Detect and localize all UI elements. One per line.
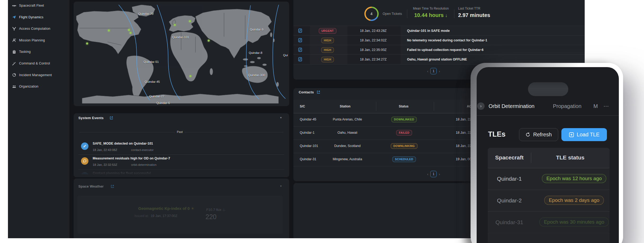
contact-aos: 18 Jan, 22:2 (442, 118, 474, 121)
tle-table: Spacecraft TLE status Quindar-1Epoch was… (488, 148, 610, 243)
prev-page-button[interactable]: ‹ (427, 69, 428, 73)
mttr-label: Mean Time To Resolution (411, 7, 451, 10)
incident-icon (12, 73, 16, 77)
contact-station: Punta Arenas, Chile (333, 118, 362, 121)
tle-row[interactable]: Quindar-2Epoch was 2 days ago (488, 190, 610, 212)
satellite-label[interactable]: Quindar-101 (172, 36, 189, 39)
tle-status-badge: Epoch was 2 days ago (544, 196, 604, 205)
refresh-button[interactable]: Refresh (519, 128, 558, 141)
external-link-icon[interactable] (111, 185, 114, 188)
ticket-text: Oahu, Hawaii ground station OFFLINE (407, 58, 467, 61)
sidebar-item-organization[interactable]: Organization (8, 81, 69, 92)
ground-station-dot[interactable] (189, 20, 191, 22)
collapse-caret-icon[interactable]: ▾ (280, 184, 282, 188)
contact-status-badge: FAILED (396, 130, 412, 136)
ticket-text: Quindar-101 in SAFE mode (407, 29, 450, 33)
plus-square-icon (569, 132, 574, 137)
collapse-panel-button[interactable]: › (477, 102, 485, 110)
event-title: Measurement residuals high for OD on Qui… (93, 157, 170, 160)
tab-propagation[interactable]: Propagation (553, 103, 582, 109)
world-map (76, 5, 287, 104)
divider (407, 10, 407, 18)
access-icon (12, 27, 16, 31)
open-tickets-count: 4 (370, 12, 373, 16)
prev-page-button[interactable]: ‹ (427, 172, 428, 176)
sidebar-item-tasking[interactable]: Tasking (8, 46, 69, 58)
satellite-label[interactable]: Quindar-27 (149, 95, 164, 98)
satellite-label[interactable]: Quindar-8 (249, 51, 262, 54)
fade-overlay (74, 166, 289, 177)
ground-station-dot[interactable] (128, 29, 130, 31)
tles-title: TLEs (488, 130, 506, 138)
sidebar-item-mission-planning[interactable]: Mission Planning (8, 34, 69, 46)
satellite-label[interactable]: Quindar-45 (145, 80, 160, 83)
ground-station-dot[interactable] (129, 32, 132, 34)
satellite-label[interactable]: Qui (283, 54, 288, 57)
page-1-button[interactable]: 1 (430, 171, 437, 177)
collapse-caret-icon[interactable]: ▾ (280, 116, 282, 119)
tabs-more-button[interactable]: ⋯ (603, 103, 609, 109)
ground-station-dot[interactable] (189, 75, 191, 77)
ground-station-dot[interactable] (86, 42, 88, 45)
ground-station-dot[interactable] (208, 40, 210, 42)
kp-index-text: Geomagnetic Kp-index of 0 ☀ (113, 206, 219, 211)
satellite-signal-icon (81, 142, 88, 150)
satellite-label[interactable]: Quindar-300 (248, 73, 265, 77)
sidebar-item-access-computation[interactable]: Access Computation (8, 23, 69, 34)
space-weather-panel: Space Weather ▾ Geomagnetic Kp-index of … (74, 179, 289, 238)
satellite-label[interactable]: Quindar-51 (144, 60, 159, 63)
divider (454, 10, 454, 18)
ticket-icon (298, 38, 302, 44)
satellite-label[interactable]: Quindar-70 (138, 12, 154, 15)
tle-row[interactable]: Quindar-31Epoch was 30 minutes ago (488, 211, 610, 233)
tle-row[interactable]: Quindar-1Epoch was 12 hours ago (488, 168, 610, 190)
ticket-text: No telemetry received during contact for… (407, 38, 487, 42)
next-page-button[interactable]: › (439, 69, 440, 73)
satellite-label[interactable]: Quindar-6 (156, 101, 170, 105)
sidebar-item-label: Command & Control (19, 62, 50, 65)
tab-orbit-determination[interactable]: Orbit Determination (489, 103, 534, 109)
tle-spacecraft-name: Quindar-31 (488, 219, 531, 225)
tle-spacecraft-name: Quindar-1 (488, 176, 531, 182)
sidebar-item-incident-management[interactable]: Incident Management (8, 69, 69, 81)
external-link-icon[interactable] (317, 90, 320, 94)
contacts-title: Contacts (299, 90, 314, 94)
contact-aos: 19 Jan, 00:5 (442, 157, 474, 161)
contact-aos: 18 Jan, 22:3 (442, 131, 474, 134)
ground-station-dot[interactable] (174, 24, 176, 26)
sidebar-item-spacecraft-fleet[interactable]: Spacecraft Fleet (8, 0, 69, 11)
contact-sc: Quindar-101 (300, 144, 318, 148)
sidebar-item-flight-dynamics[interactable]: Flight Dynamics (8, 11, 69, 23)
down-arrow-icon: ↓ (445, 13, 448, 18)
wand-icon (12, 62, 16, 66)
severity-badge: HIGH (321, 47, 334, 53)
contact-aos: 18 Jan, 22:4 (442, 144, 474, 148)
ticket-text: Failed to upload collection request for … (407, 48, 484, 52)
severity-badge: HIGH (321, 57, 334, 62)
system-events-title: System Events (78, 116, 104, 120)
contact-status-badge: DOWNLINKED (391, 117, 417, 122)
open-tickets-donut: 4 (364, 7, 379, 21)
page-1-button[interactable]: 1 (430, 68, 437, 74)
flux-label: F10.7 flux ♨ (206, 208, 225, 212)
tab-m[interactable]: M (593, 103, 598, 109)
event-time: 18 Jan, 22:43:08Z (93, 148, 117, 151)
map-panel: Quindar-70Quindar-101Quindar-9Quindar-8Q… (74, 2, 289, 106)
load-tle-button[interactable]: Load TLE (561, 128, 607, 141)
tickets-pagination: ‹ 1 › (427, 68, 440, 74)
tle-status-badge: Epoch was 12 hours ago (542, 174, 606, 183)
sidebar-item-command-control[interactable]: Command & Control (8, 58, 69, 69)
ticket-time: 18 Jan, 22:35:00Z (347, 48, 387, 52)
sidebar-item-label: Incident Management (19, 73, 52, 77)
external-link-icon[interactable] (110, 116, 113, 120)
ticket-row[interactable]: URGENT18 Jan, 22:43:28ZQuindar-101 in SA… (293, 26, 585, 36)
ticket-row[interactable]: HIGH18 Jan, 22:35:00ZFailed to upload co… (293, 45, 585, 55)
ttr-label: Last Ticket TTR (458, 7, 493, 10)
thermometer-icon: ♨ (222, 208, 226, 212)
satellite-label[interactable]: Quindar-9 (250, 28, 263, 31)
next-page-button[interactable]: › (439, 172, 440, 176)
ticket-row[interactable]: HIGH18 Jan, 22:34:02ZNo telemetry receiv… (293, 35, 585, 45)
ground-station-dot[interactable] (108, 29, 110, 32)
mttr-value: 10.44 hours ↓ (411, 12, 451, 18)
col-header-sc: S/C (300, 105, 305, 108)
